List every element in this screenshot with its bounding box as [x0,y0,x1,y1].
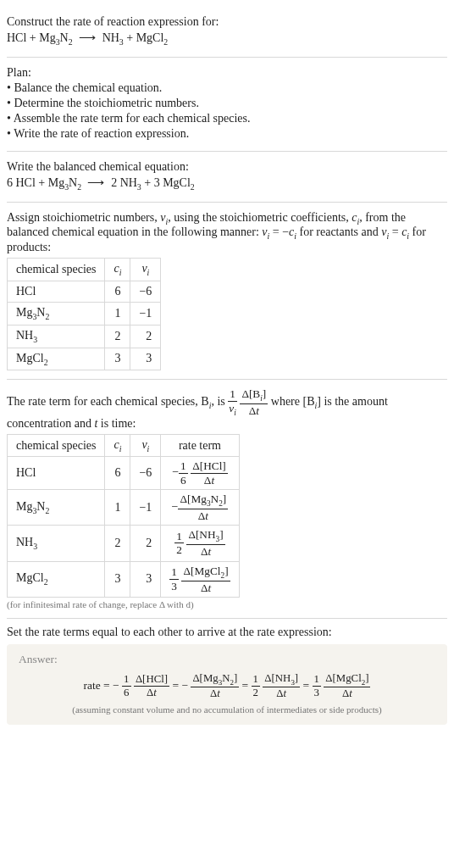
nu-cell: −6 [130,457,161,490]
c-cell: 3 [105,561,130,597]
stoich-table: chemical species ci νi HCl 6 −6 Mg3N2 1 … [7,258,161,370]
plan-item: • Write the rate of reaction expression. [7,127,447,141]
stoich-section: Assign stoichiometric numbers, νi, using… [7,203,447,381]
answer-label: Answer: [19,653,435,666]
table-row: MgCl2 3 3 13 Δ[MgCl2]Δt [8,561,240,597]
table-row: NH3 2 2 [8,325,161,348]
c-cell: 2 [105,526,130,561]
nu-cell: 2 [130,325,161,348]
rate-term-note: (for infinitesimal rate of change, repla… [7,599,447,609]
balanced-heading: Write the balanced chemical equation: [7,160,447,174]
table-row: HCl 6 −6 −16 Δ[HCl]Δt [8,457,240,490]
nu-cell: −1 [130,302,161,325]
table-header: chemical species [8,434,105,457]
table-header: ci [105,434,130,457]
rate-term-cell: −Δ[Mg3N2]Δt [161,490,239,526]
rate-term-cell: 12 Δ[NH3]Δt [161,526,239,561]
nu-cell: 3 [130,561,161,597]
rate-term-section: The rate term for each chemical species,… [7,380,447,618]
species-cell: HCl [8,457,105,490]
answer-box: Answer: rate = − 16 Δ[HCl]Δt = − Δ[Mg3N2… [7,644,447,725]
plan-item: • Assemble the rate term for each chemic… [7,112,447,125]
answer-assumptions: (assuming constant volume and no accumul… [19,704,435,715]
plan-item: • Balance the chemical equation. [7,81,447,95]
table-header: νi [130,259,161,281]
rate-term-cell: 13 Δ[MgCl2]Δt [161,561,239,597]
table-header: νi [130,434,161,457]
c-cell: 6 [105,281,130,302]
rate-term-intro: The rate term for each chemical species,… [7,388,447,430]
c-cell: 3 [105,348,130,370]
table-header: ci [105,259,130,281]
table-row: NH3 2 2 12 Δ[NH3]Δt [8,526,240,561]
table-row: HCl 6 −6 [8,281,161,302]
stoich-intro: Assign stoichiometric numbers, νi, using… [7,211,447,255]
nu-cell: 2 [130,526,161,561]
species-cell: Mg3N2 [8,302,105,325]
species-cell: HCl [8,281,105,302]
final-heading: Set the rate terms equal to each other t… [7,626,447,639]
species-cell: NH3 [8,325,105,348]
rate-term-table: chemical species ci νi rate term HCl 6 −… [7,434,240,598]
nu-cell: 3 [130,348,161,370]
species-cell: Mg3N2 [8,490,105,526]
nu-cell: −1 [130,490,161,526]
species-cell: NH3 [8,526,105,561]
nu-cell: −6 [130,281,161,302]
rate-prefix: rate = [84,679,110,692]
plan-heading: Plan: [7,66,447,80]
table-row: MgCl2 3 3 [8,348,161,370]
species-cell: MgCl2 [8,348,105,370]
rate-term-cell: −16 Δ[HCl]Δt [161,457,239,490]
c-cell: 6 [105,457,130,490]
answer-equation: rate = − 16 Δ[HCl]Δt = − Δ[Mg3N2]Δt = 12… [19,673,435,699]
plan-item: • Determine the stoichiometric numbers. [7,97,447,110]
problem-equation: HCl + Mg3N2 ⟶ NH3 + MgCl2 [7,31,447,47]
plan-section: Plan: • Balance the chemical equation. •… [7,58,447,152]
balanced-section: Write the balanced chemical equation: 6 … [7,152,447,203]
final-section: Set the rate terms equal to each other t… [7,626,447,725]
table-header: chemical species [8,259,105,281]
species-cell: MgCl2 [8,561,105,597]
c-cell: 1 [105,490,130,526]
table-row: Mg3N2 1 −1 [8,302,161,325]
c-cell: 1 [105,302,130,325]
c-cell: 2 [105,325,130,348]
balanced-equation: 6 HCl + Mg3N2 ⟶ 2 NH3 + 3 MgCl2 [7,175,447,192]
table-header: rate term [161,434,239,457]
problem-title: Construct the rate of reaction expressio… [7,15,447,29]
table-row: Mg3N2 1 −1 −Δ[Mg3N2]Δt [8,490,240,526]
problem-section: Construct the rate of reaction expressio… [7,7,447,58]
